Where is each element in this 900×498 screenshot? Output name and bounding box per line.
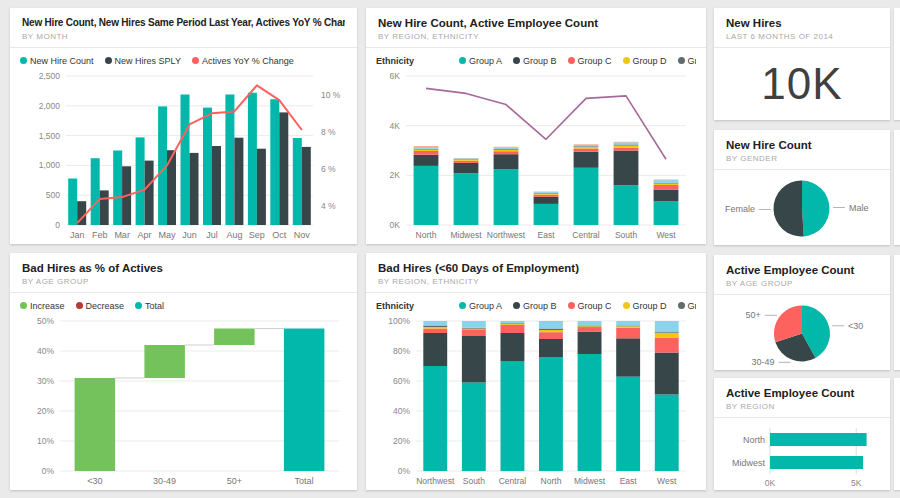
svg-text:Apr: Apr: [138, 230, 152, 240]
svg-text:40%: 40%: [393, 406, 410, 416]
svg-text:Total: Total: [295, 476, 314, 486]
svg-text:8 %: 8 %: [321, 127, 336, 137]
svg-text:2,500: 2,500: [39, 71, 61, 81]
tile-new-hire-active-by-region[interactable]: New Hire Count, Active Employee Count BY…: [366, 8, 706, 244]
svg-text:30%: 30%: [37, 376, 54, 386]
svg-text:0%: 0%: [42, 466, 55, 476]
svg-text:Central: Central: [572, 230, 600, 240]
svg-text:Jun: Jun: [182, 230, 197, 240]
svg-text:Midwest: Midwest: [732, 458, 766, 468]
chart-legend: EthnicityGroup AGroup BGroup CGroup DGro…: [376, 298, 696, 313]
tile-title: Active Employee Count: [726, 263, 878, 277]
tile-new-hire-by-gender[interactable]: New Hire Count BY GENDER MaleFemale: [714, 130, 890, 245]
svg-text:East: East: [537, 230, 555, 240]
svg-text:30-49: 30-49: [752, 357, 775, 367]
svg-text:Northwest: Northwest: [416, 476, 455, 486]
legend-title: Ethnicity: [376, 56, 414, 66]
svg-text:Feb: Feb: [92, 230, 108, 240]
cropped-tile-edge: [894, 130, 900, 245]
svg-text:0: 0: [55, 220, 60, 230]
tile-subtitle: BY AGE GROUP: [22, 277, 345, 286]
tile-active-by-region[interactable]: Active Employee Count BY REGION 0K5KNort…: [714, 378, 890, 490]
legend-item: Total: [135, 301, 164, 311]
svg-text:1,500: 1,500: [39, 131, 61, 141]
legend-item: Group D: [623, 56, 667, 66]
tile-new-hires-kpi[interactable]: New Hires LAST 6 MONTHS OF 2014 10K: [714, 8, 890, 120]
tile-active-by-age[interactable]: Active Employee Count BY AGE GROUP <3030…: [714, 255, 890, 370]
svg-text:Jul: Jul: [206, 230, 218, 240]
svg-text:North: North: [541, 476, 562, 486]
legend-item: Group A: [459, 301, 502, 311]
svg-text:80%: 80%: [393, 346, 410, 356]
tile-header: New Hire Count, Active Employee Count BY…: [366, 8, 706, 48]
svg-text:1,000: 1,000: [39, 160, 61, 170]
svg-text:50+: 50+: [746, 310, 761, 320]
tile-header: New Hire Count BY GENDER: [714, 130, 890, 170]
tile-subtitle: BY GENDER: [726, 154, 878, 163]
svg-text:Sep: Sep: [249, 230, 265, 240]
region-bar-chart[interactable]: 0K5KNorthMidwest: [720, 420, 884, 488]
svg-text:2K: 2K: [390, 170, 401, 180]
svg-text:West: West: [656, 230, 676, 240]
tile-subtitle: BY MONTH: [22, 32, 345, 41]
cropped-tile-edge: [894, 8, 900, 120]
svg-text:North: North: [416, 230, 437, 240]
tile-header: New Hires LAST 6 MONTHS OF 2014: [714, 8, 890, 48]
tile-subtitle: BY REGION: [726, 402, 878, 411]
kpi-value: 10K: [714, 48, 890, 120]
svg-text:10%: 10%: [37, 436, 54, 446]
legend-item: New Hire Count: [20, 56, 94, 66]
legend-item: Actives YoY % Change: [192, 56, 294, 66]
combo-chart[interactable]: 05001,0001,5002,0002,5004 %6 %8 %10 %Jan…: [20, 68, 347, 241]
tile-header: Active Employee Count BY AGE GROUP: [714, 255, 890, 295]
waterfall-chart[interactable]: 0%10%20%30%40%50%<3030-4950+Total: [20, 313, 347, 487]
svg-text:2,000: 2,000: [39, 101, 61, 111]
tile-subtitle: LAST 6 MONTHS OF 2014: [726, 32, 878, 41]
svg-text:Midwest: Midwest: [574, 476, 606, 486]
powerbi-dashboard: New Hire Count, New Hires Same Period La…: [0, 0, 900, 498]
cropped-tile-edge: [894, 378, 900, 490]
tile-header: Bad Hires (<60 Days of Employment) BY RE…: [366, 253, 706, 293]
tile-title: Active Employee Count: [726, 386, 878, 400]
legend-item: Group B: [513, 56, 557, 66]
legend-item: Group E: [678, 301, 696, 311]
svg-text:Male: Male: [849, 203, 869, 213]
svg-text:Northwest: Northwest: [487, 230, 526, 240]
cropped-tile-edge: [894, 255, 900, 370]
svg-text:30-49: 30-49: [153, 476, 176, 486]
tile-subtitle: BY REGION, ETHNICITY: [378, 32, 694, 41]
stacked-column-line-chart[interactable]: 0K2K4K6KNorthMidwestNorthwestEastCentral…: [376, 68, 696, 241]
tile-title: New Hire Count: [726, 138, 878, 152]
svg-text:6 %: 6 %: [321, 164, 336, 174]
svg-text:60%: 60%: [393, 376, 410, 386]
legend-item: Group D: [623, 301, 667, 311]
gender-pie-chart[interactable]: MaleFemale: [720, 172, 884, 243]
svg-text:Central: Central: [499, 476, 527, 486]
tile-new-hires-by-month[interactable]: New Hire Count, New Hires Same Period La…: [10, 8, 357, 244]
svg-text:6K: 6K: [390, 71, 401, 81]
svg-text:East: East: [620, 476, 638, 486]
svg-text:<30: <30: [848, 321, 863, 331]
chart-legend: New Hire CountNew Hires SPLYActives YoY …: [20, 53, 347, 68]
tile-header: Active Employee Count BY REGION: [714, 378, 890, 418]
age-pie-chart[interactable]: <3030-4950+: [720, 297, 884, 368]
stacked-100-chart[interactable]: 0%20%40%60%80%100%NorthwestSouthCentralN…: [376, 313, 696, 487]
tile-subtitle: BY AGE GROUP: [726, 279, 878, 288]
legend-item: Group B: [513, 301, 557, 311]
tile-bad-hires-by-region[interactable]: Bad Hires (<60 Days of Employment) BY RE…: [366, 253, 706, 490]
chart-legend: IncreaseDecreaseTotal: [20, 298, 347, 313]
svg-text:South: South: [463, 476, 485, 486]
svg-text:4K: 4K: [390, 121, 401, 131]
tile-bad-hires-waterfall[interactable]: Bad Hires as % of Actives BY AGE GROUP I…: [10, 253, 357, 490]
tile-title: Bad Hires as % of Actives: [22, 261, 345, 275]
svg-text:Nov: Nov: [294, 230, 311, 240]
svg-text:West: West: [657, 476, 677, 486]
svg-text:0%: 0%: [398, 466, 411, 476]
legend-item: Group E: [678, 56, 696, 66]
svg-text:0K: 0K: [390, 220, 401, 230]
tile-subtitle: BY REGION, ETHNICITY: [378, 277, 694, 286]
svg-text:5K: 5K: [851, 478, 862, 488]
svg-text:<30: <30: [87, 476, 102, 486]
svg-text:50%: 50%: [37, 316, 54, 326]
chart-legend: EthnicityGroup AGroup BGroup CGroup DGro…: [376, 53, 696, 68]
